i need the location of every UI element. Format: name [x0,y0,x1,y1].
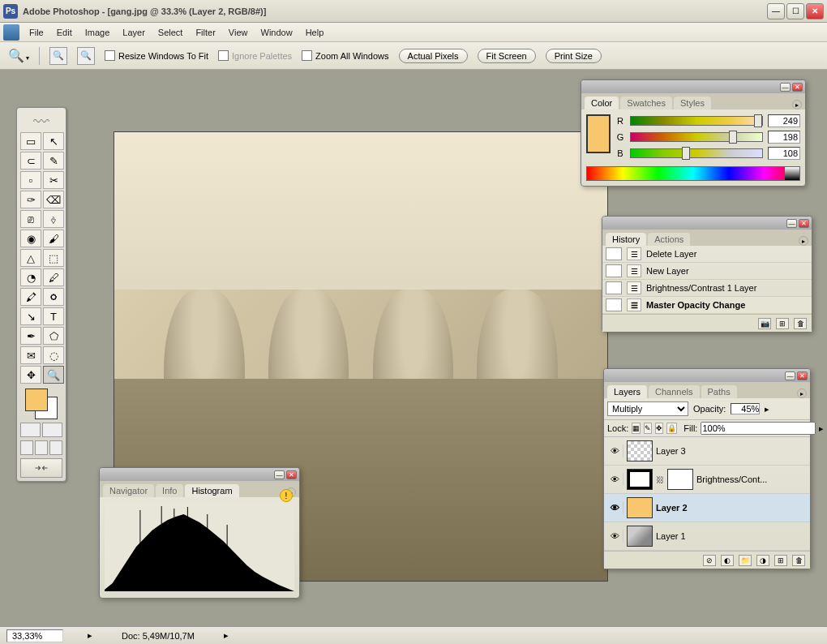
menu-file[interactable]: File [23,25,50,40]
visibility-toggle-icon[interactable]: 👁 [607,501,623,514]
status-arrow-icon[interactable]: ▸ [88,630,92,641]
tool-11[interactable]: 🖌 [43,230,64,247]
panel-close-button[interactable]: ✕ [799,219,809,228]
menu-image[interactable]: Image [79,25,117,40]
tool-16[interactable]: 🖍 [20,288,41,306]
layer-row[interactable]: 👁Layer 2 [604,494,810,522]
panel-close-button[interactable]: ✕ [792,83,803,92]
tab-color[interactable]: Color [585,97,619,109]
new-set-icon[interactable]: 📁 [739,555,752,566]
lock-all-icon[interactable]: 🔒 [666,423,677,434]
new-state-icon[interactable]: ⊞ [776,318,789,329]
layer-name[interactable]: Layer 2 [656,503,688,513]
tab-styles[interactable]: Styles [674,97,711,109]
tab-channels[interactable]: Channels [649,385,699,398]
tool-24[interactable]: ✥ [20,366,41,384]
tool-7[interactable]: ⌫ [43,191,64,208]
blend-mode-select[interactable]: Multiply [607,401,688,416]
tool-14[interactable]: ◔ [20,268,41,286]
history-item[interactable]: ☰Brightness/Contrast 1 Layer [602,280,812,297]
panel-minimize-button[interactable]: — [780,83,791,92]
lock-transparency-icon[interactable]: ▦ [632,423,641,434]
create-snapshot-icon[interactable]: 📷 [758,318,771,329]
tool-20[interactable]: ✒ [20,327,41,345]
resize-windows-checkbox[interactable]: Resize Windows To Fit [105,50,208,61]
zoom-all-checkbox[interactable]: Zoom All Windows [302,50,388,61]
print-size-button[interactable]: Print Size [546,49,602,63]
tab-layers[interactable]: Layers [607,385,647,398]
foreground-color-swatch[interactable] [25,389,48,411]
layer-thumbnail[interactable] [627,497,653,518]
visibility-toggle-icon[interactable]: 👁 [607,530,623,543]
tool-10[interactable]: ◉ [20,230,41,247]
green-value-input[interactable] [768,131,800,144]
layer-name[interactable]: Brightness/Cont... [696,474,767,484]
actual-pixels-button[interactable]: Actual Pixels [399,49,468,63]
panel-menu-button[interactable]: ▸ [797,389,807,398]
red-slider[interactable] [630,116,763,126]
fill-input[interactable] [701,422,816,435]
tool-2[interactable]: ⊂ [20,152,41,170]
zoom-in-button[interactable]: 🔍 [49,47,67,65]
current-color-swatch[interactable] [586,114,611,153]
blue-slider[interactable] [630,148,763,158]
tab-histogram[interactable]: Histogram [185,484,238,497]
screen-mode-1[interactable] [20,440,33,455]
red-value-input[interactable] [768,114,800,127]
tool-9[interactable]: ⎀ [43,210,64,228]
tool-15[interactable]: 🖊 [43,268,64,286]
color-swatches[interactable] [20,389,62,419]
tool-19[interactable]: T [43,307,64,325]
menu-layer[interactable]: Layer [116,25,152,40]
zoom-out-button[interactable]: 🔍 [77,47,95,65]
tool-18[interactable]: ↘ [20,307,41,325]
tool-22[interactable]: ✉ [20,346,41,364]
tool-8[interactable]: ⎚ [20,210,41,228]
delete-state-icon[interactable]: 🗑 [794,318,807,329]
tab-paths[interactable]: Paths [701,385,737,398]
lock-position-icon[interactable]: ✥ [655,423,663,434]
spectrum-picker[interactable] [586,166,800,181]
menu-view[interactable]: View [222,25,255,40]
history-item[interactable]: ☰New Layer [602,263,812,280]
panel-minimize-button[interactable]: — [274,470,285,479]
panel-close-button[interactable]: ✕ [286,470,297,479]
panel-minimize-button[interactable]: — [785,371,795,380]
layer-thumbnail[interactable] [627,440,653,462]
maximize-button[interactable]: ☐ [786,3,804,19]
jump-to-imageready-button[interactable] [20,458,62,478]
fill-dropdown-icon[interactable]: ▸ [819,423,824,434]
menu-window[interactable]: Window [255,25,299,40]
menu-help[interactable]: Help [299,25,331,40]
panel-menu-button[interactable]: ▸ [792,100,802,109]
layer-row[interactable]: 👁⛓Brightness/Cont... [604,466,810,494]
tab-navigator[interactable]: Navigator [103,484,154,497]
tool-6[interactable]: ✑ [20,191,41,208]
menu-edit[interactable]: Edit [50,25,79,40]
menu-filter[interactable]: Filter [189,25,221,40]
green-slider[interactable] [630,132,763,142]
cached-data-warning-icon[interactable]: ! [280,489,293,502]
tool-25[interactable]: 🔍 [43,366,64,384]
tab-actions[interactable]: Actions [648,233,690,246]
tool-3[interactable]: ✎ [43,152,64,170]
fit-screen-button[interactable]: Fit Screen [478,49,536,63]
layer-style-icon[interactable]: ⊘ [703,555,716,566]
tool-12[interactable]: △ [20,249,41,267]
opacity-dropdown-icon[interactable]: ▸ [765,404,769,414]
standard-mode-button[interactable] [20,423,41,437]
layer-row[interactable]: 👁Layer 1 [604,522,810,551]
tool-17[interactable]: ⭘ [43,288,64,306]
zoom-level-field[interactable]: 33,33% [6,629,63,642]
delete-layer-icon[interactable]: 🗑 [792,555,805,566]
layer-name[interactable]: Layer 3 [656,446,686,456]
layer-name[interactable]: Layer 1 [656,531,686,541]
panel-menu-button[interactable]: ▸ [799,236,808,246]
visibility-toggle-icon[interactable]: 👁 [607,473,623,486]
tab-info[interactable]: Info [156,484,183,497]
ps-menu-icon[interactable] [3,24,19,41]
layer-mask-thumbnail[interactable] [667,469,693,490]
layer-thumbnail[interactable] [627,526,653,547]
menu-select[interactable]: Select [152,25,190,40]
layer-row[interactable]: 👁Layer 3 [604,437,810,466]
